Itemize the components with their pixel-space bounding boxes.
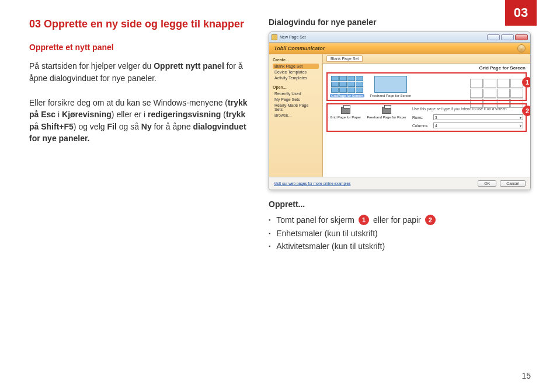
section-heading: 03 Opprette en ny side og legge til knap… bbox=[29, 18, 251, 31]
left-column: 03 Opprette en ny side og legge til knap… bbox=[29, 18, 251, 254]
bold-text: redigeringsvisning bbox=[148, 110, 221, 119]
paper-templates-section: Grid Page for Paper Freehand Page for Pa… bbox=[326, 103, 527, 132]
bold-text: Fil bbox=[107, 122, 116, 131]
dialog-body: Create... Blank Page Set Device Template… bbox=[269, 54, 530, 177]
text: ) eller er i bbox=[112, 110, 148, 119]
rows-value: 3 bbox=[435, 116, 437, 120]
bold-text: Ny bbox=[141, 122, 152, 131]
sidebar-section-open: Open... bbox=[273, 85, 319, 89]
footer-buttons: OK Cancel bbox=[475, 181, 526, 186]
text: ( bbox=[221, 110, 226, 119]
window-title: New Page Set bbox=[280, 35, 486, 39]
sidebar-item-my-page-sets[interactable]: My Page Sets bbox=[273, 97, 319, 102]
text: for å åpne bbox=[152, 122, 193, 131]
inline-badge-2: 2 bbox=[425, 215, 436, 225]
text: ) og velg bbox=[74, 122, 107, 131]
option-label: Freehand Page for Screen bbox=[370, 94, 412, 97]
page-section-badge: 03 bbox=[505, 0, 537, 26]
hint-text: Use this page set type if you intend to … bbox=[412, 107, 523, 111]
sidebar-item-recent[interactable]: Recently Used bbox=[273, 91, 319, 96]
minimize-button[interactable] bbox=[487, 34, 500, 40]
content-columns: 03 Opprette en ny side og legge til knap… bbox=[29, 18, 531, 254]
callout-badge-1: 1 bbox=[522, 77, 531, 88]
close-button[interactable] bbox=[515, 34, 528, 40]
rows-config: Rows: 3 bbox=[412, 114, 523, 120]
paragraph-1: På startsiden for hjelper velger du Oppr… bbox=[29, 60, 251, 84]
text: eller for papir bbox=[373, 215, 421, 225]
opprett-title: Opprett... bbox=[269, 200, 531, 209]
list-item: Aktivitetsmaler (kun til utskrift) bbox=[269, 242, 531, 251]
grid-page-screen-option[interactable]: GridPage for Screen bbox=[330, 76, 364, 97]
bold-text: Kjørevisning bbox=[62, 110, 112, 119]
paragraph-2: Eller forsikre deg om at du kan se Windo… bbox=[29, 97, 251, 144]
dialog-sidebar: Create... Blank Page Set Device Template… bbox=[269, 54, 323, 177]
dialog-brand-bar: Tobii Communicator bbox=[269, 43, 530, 54]
printer-icon bbox=[382, 107, 391, 114]
footer-link[interactable]: Visit our web pages for more online exam… bbox=[274, 181, 350, 186]
option-label: Freehand Page for Paper bbox=[367, 116, 406, 119]
brand-label: Tobii Communicator bbox=[274, 46, 325, 51]
window-icon bbox=[272, 34, 277, 40]
brand-swirl-icon bbox=[517, 44, 526, 52]
cols-label: Columns: bbox=[412, 124, 431, 128]
dialog-caption: Dialogvindu for nye paneler bbox=[269, 18, 531, 27]
list-item: Tomt panel for skjerm 1 eller for papir … bbox=[269, 215, 531, 225]
cancel-button[interactable]: Cancel bbox=[500, 180, 526, 187]
bullet-list: Tomt panel for skjerm 1 eller for papir … bbox=[269, 215, 531, 251]
bold-text: Opprett nytt panel bbox=[154, 61, 224, 71]
sidebar-item-readymade[interactable]: Ready-Made Page Sets bbox=[273, 103, 319, 112]
cols-config: Columns: 4 bbox=[412, 123, 523, 128]
dialog-main: Blank Page Set Grid Page for Screen bbox=[323, 54, 530, 177]
rows-label: Rows: bbox=[412, 116, 431, 120]
ok-button[interactable]: OK bbox=[478, 180, 496, 187]
sidebar-item-activity-templates[interactable]: Activity Templates bbox=[273, 75, 319, 80]
page-number: 15 bbox=[521, 371, 531, 380]
maximize-button[interactable] bbox=[501, 34, 514, 40]
window-titlebar[interactable]: New Page Set bbox=[269, 32, 530, 43]
sidebar-item-browse[interactable]: Browse... bbox=[273, 113, 319, 118]
text: Enhetsmaler (kun til utskrift) bbox=[276, 229, 378, 238]
cols-select[interactable]: 4 bbox=[433, 123, 523, 128]
sidebar-item-device-templates[interactable]: Device Templates bbox=[273, 69, 319, 75]
text: i bbox=[55, 110, 62, 119]
printer-icon bbox=[341, 107, 350, 114]
grid-page-paper-option[interactable]: Grid Page for Paper bbox=[330, 107, 361, 128]
inline-badge-1: 1 bbox=[359, 215, 369, 225]
list-item: Enhetsmaler (kun til utskrift) bbox=[269, 229, 531, 238]
text: På startsiden for hjelper velger du bbox=[29, 61, 154, 71]
option-label: GridPage for Screen bbox=[330, 94, 364, 97]
tabs-bar: Blank Page Set bbox=[323, 54, 530, 64]
config-block: Use this page set type if you intend to … bbox=[412, 107, 523, 128]
text: Tomt panel for skjerm bbox=[276, 215, 354, 225]
freehand-page-screen-option[interactable]: Freehand Page for Screen bbox=[370, 76, 412, 97]
dialog-footer: Visit our web pages for more online exam… bbox=[269, 177, 530, 190]
text: og så bbox=[117, 122, 141, 131]
cols-value: 4 bbox=[435, 124, 437, 128]
below-dialog-block: Opprett... Tomt panel for skjerm 1 eller… bbox=[269, 200, 531, 251]
main-title: Grid Page for Screen bbox=[323, 64, 530, 71]
text: Aktivitetsmaler (kun til utskrift) bbox=[276, 242, 385, 251]
text: Eller forsikre deg om at du kan se Windo… bbox=[29, 98, 228, 107]
callout-badge-2: 2 bbox=[522, 106, 531, 116]
option-label: Grid Page for Paper bbox=[330, 116, 361, 119]
sidebar-section-create: Create... bbox=[273, 58, 319, 62]
right-column: Dialogvindu for nye paneler New Page Set… bbox=[269, 18, 531, 254]
screen-templates-section: GridPage for Screen Freehand Page for Sc… bbox=[326, 72, 527, 101]
tab-blank-page-set[interactable]: Blank Page Set bbox=[326, 55, 363, 62]
freehand-page-paper-option[interactable]: Freehand Page for Paper bbox=[367, 107, 406, 128]
rows-select[interactable]: 3 bbox=[433, 114, 523, 120]
sidebar-item-blank[interactable]: Blank Page Set bbox=[273, 64, 319, 69]
dialog-window: New Page Set Tobii Communicator Create..… bbox=[269, 32, 531, 190]
section-subheading: Opprette et nytt panel bbox=[29, 43, 251, 52]
